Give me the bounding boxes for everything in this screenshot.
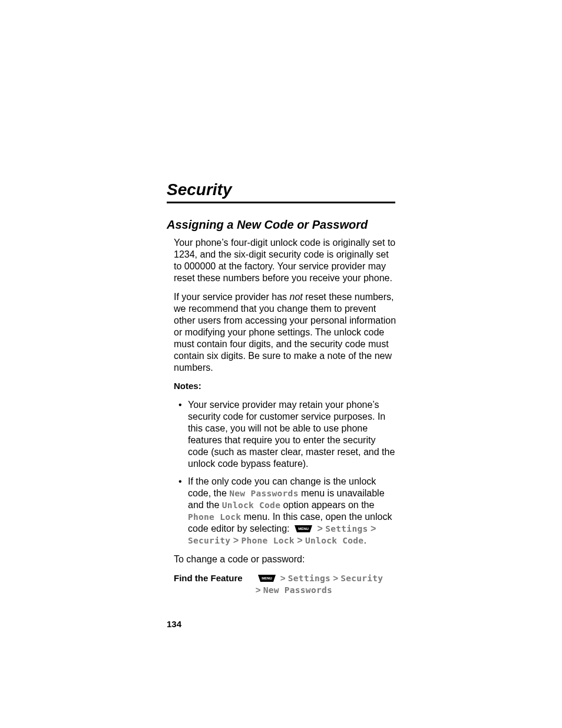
- gt: >: [317, 523, 322, 533]
- find-security: Security: [340, 574, 383, 583]
- n2-period: .: [363, 535, 366, 545]
- svg-text:MENU: MENU: [298, 527, 309, 531]
- gt: >: [233, 535, 239, 545]
- change-line: To change a code or password:: [174, 554, 396, 565]
- gt: >: [280, 573, 286, 583]
- gt: >: [333, 573, 338, 583]
- n2-path-unlock-code: Unlock Code: [305, 536, 363, 545]
- find-feature-row: Find the Feature MENU > Settings > Secur…: [174, 572, 396, 596]
- find-new-passwords: New Passwords: [263, 585, 332, 595]
- body-column: Your phone’s four-digit unlock code is o…: [174, 237, 396, 595]
- manual-page: Security Assigning a New Code or Passwor…: [0, 0, 562, 728]
- n2-path-phone-lock: Phone Lock: [242, 536, 295, 545]
- chapter-rule: [167, 202, 395, 203]
- n2-unlock-code: Unlock Code: [222, 500, 280, 510]
- find-feature-path: MENU > Settings > Security > New Passwor…: [256, 572, 384, 596]
- svg-text:MENU: MENU: [262, 577, 272, 580]
- n2-path-settings: Settings: [325, 524, 368, 533]
- gt: >: [256, 585, 261, 595]
- note-2: If the only code you can change is the u…: [188, 476, 396, 546]
- menu-key-icon: MENU: [257, 574, 277, 582]
- p2-b: reset these numbers, we recommend that y…: [174, 292, 396, 373]
- n2-new-passwords: New Passwords: [229, 489, 298, 498]
- notes-label: Notes:: [174, 381, 396, 392]
- gt: >: [371, 523, 376, 533]
- n2-phone-lock: Phone Lock: [188, 512, 241, 522]
- notes-list: Your service provider may retain your ph…: [174, 399, 396, 546]
- n2-path-security: Security: [188, 536, 230, 545]
- section-title: Assigning a New Code or Password: [167, 218, 368, 232]
- find-settings: Settings: [288, 574, 330, 583]
- paragraph-2: If your service provider has not reset t…: [174, 291, 396, 374]
- find-feature-label: Find the Feature: [174, 572, 243, 584]
- p2-a: If your service provider has: [174, 292, 290, 302]
- paragraph-1: Your phone’s four-digit unlock code is o…: [174, 237, 396, 284]
- gt: >: [297, 535, 302, 545]
- note-1: Your service provider may retain your ph…: [188, 399, 396, 470]
- page-number: 134: [167, 619, 181, 629]
- menu-key-icon: MENU: [293, 525, 313, 533]
- n2-c: option appears on the: [280, 500, 374, 510]
- chapter-title: Security: [167, 180, 232, 199]
- p2-not: not: [290, 292, 303, 302]
